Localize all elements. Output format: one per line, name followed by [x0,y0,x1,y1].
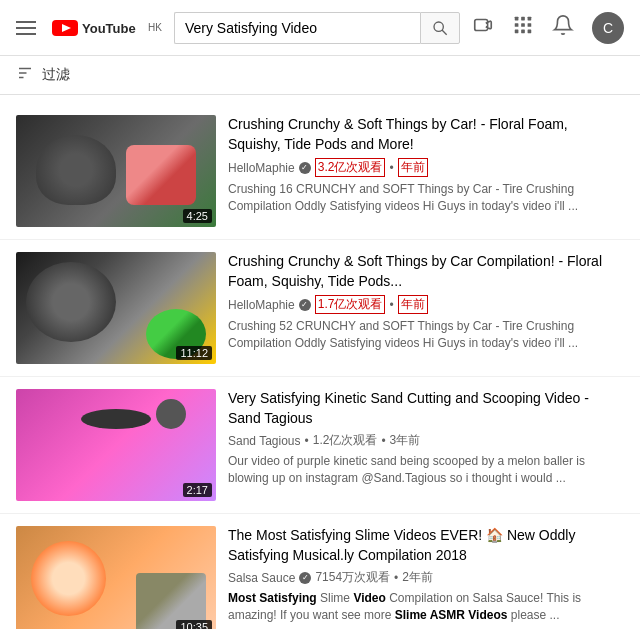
svg-rect-6 [521,17,525,21]
desc-bold-1: Most Satisfying [228,591,317,605]
video-item: 2:17 Very Satisfying Kinetic Sand Cuttin… [0,377,640,514]
search-input[interactable]: Very Satisfying Video [174,12,420,44]
filter-bar: 过滤 [0,56,640,95]
video-title[interactable]: The Most Satisfying Slime Videos EVER! 🏠… [228,526,624,565]
avatar[interactable]: C [592,12,624,44]
views-text: 7154万次观看 [315,569,390,586]
channel-name[interactable]: Salsa Sauce [228,571,295,585]
desc-text-3: please ... [511,608,560,622]
svg-rect-8 [515,23,519,27]
video-item: 4:25 Crushing Crunchy & Soft Things by C… [0,103,640,240]
svg-line-4 [442,30,447,35]
svg-rect-12 [521,30,525,34]
time-text: 3年前 [390,432,421,449]
video-item: 10:35 The Most Satisfying Slime Videos E… [0,514,640,629]
desc-bold-3: Slime ASMR Videos [395,608,508,622]
apps-grid-icon[interactable] [512,14,534,41]
video-description: Most Satisfying Slime Video Compilation … [228,590,624,624]
video-info: Very Satisfying Kinetic Sand Cutting and… [228,389,624,501]
meta-views: • [305,434,309,448]
video-duration: 4:25 [183,209,212,223]
video-duration: 2:17 [183,483,212,497]
header: YouTube HK Very Satisfying Video [0,0,640,56]
video-title[interactable]: Very Satisfying Kinetic Sand Cutting and… [228,389,624,428]
video-title[interactable]: Crushing Crunchy & Soft Things by Car! -… [228,115,624,154]
search-icon [432,20,448,36]
video-info: The Most Satisfying Slime Videos EVER! 🏠… [228,526,624,629]
video-description: Crushing 16 CRUNCHY and SOFT Things by C… [228,181,624,215]
thumbnail-wrap[interactable]: 4:25 [16,115,216,227]
dot-separator: • [394,571,398,585]
desc-text: Slime [320,591,353,605]
notifications-bell-icon[interactable] [552,14,574,41]
svg-rect-5 [515,17,519,21]
svg-rect-7 [528,17,532,21]
time-text: 2年前 [402,569,433,586]
views-text: 1.2亿次观看 [313,432,378,449]
thumbnail-wrap[interactable]: 2:17 [16,389,216,501]
header-left: YouTube HK [16,18,162,38]
video-info: Crushing Crunchy & Soft Things by Car Co… [228,252,624,364]
thumbnail-wrap[interactable]: 10:35 [16,526,216,629]
header-right: C [472,12,624,44]
camera-icon[interactable] [472,14,494,41]
video-results: 4:25 Crushing Crunchy & Soft Things by C… [0,95,640,629]
logo-region: HK [148,22,162,33]
youtube-logo-icon: YouTube [52,18,142,38]
time-highlight: 年前 [398,295,428,314]
dot-separator: • [381,434,385,448]
svg-rect-11 [515,30,519,34]
channel-row: Salsa Sauce ✓ 7154万次观看 • 2年前 [228,569,624,586]
svg-rect-10 [528,23,532,27]
video-duration: 10:35 [176,620,212,629]
video-info: Crushing Crunchy & Soft Things by Car! -… [228,115,624,227]
verified-icon: ✓ [299,572,311,584]
video-duration: 11:12 [176,346,212,360]
channel-row: HelloMaphie ✓ 1.7亿次观看 • 年前 [228,295,624,314]
views-highlight: 1.7亿次观看 [315,295,386,314]
svg-rect-9 [521,23,525,27]
svg-text:YouTube: YouTube [82,21,136,36]
svg-rect-13 [528,30,532,34]
video-item: 11:12 Crushing Crunchy & Soft Things by … [0,240,640,377]
thumbnail-wrap[interactable]: 11:12 [16,252,216,364]
video-description: Our video of purple kinetic sand being s… [228,453,624,487]
thumbnail [16,526,216,629]
views-highlight: 3.2亿次观看 [315,158,386,177]
logo[interactable]: YouTube HK [52,18,162,38]
channel-name[interactable]: HelloMaphie [228,298,295,312]
verified-icon: ✓ [299,162,311,174]
hamburger-menu[interactable] [16,21,36,35]
video-description: Crushing 52 CRUNCHY and SOFT Things by C… [228,318,624,352]
filter-icon[interactable] [16,64,34,86]
search-bar: Very Satisfying Video [174,12,460,44]
channel-row: Sand Tagious • 1.2亿次观看 • 3年前 [228,432,624,449]
channel-name[interactable]: Sand Tagious [228,434,301,448]
dot-separator: • [389,161,393,175]
channel-row: HelloMaphie ✓ 3.2亿次观看 • 年前 [228,158,624,177]
filter-label: 过滤 [42,66,70,84]
search-button[interactable] [420,12,460,44]
dot-separator: • [389,298,393,312]
desc-bold-2: Video [353,591,385,605]
verified-icon: ✓ [299,299,311,311]
video-title[interactable]: Crushing Crunchy & Soft Things by Car Co… [228,252,624,291]
channel-name[interactable]: HelloMaphie [228,161,295,175]
svg-point-3 [434,22,443,31]
time-highlight: 年前 [398,158,428,177]
